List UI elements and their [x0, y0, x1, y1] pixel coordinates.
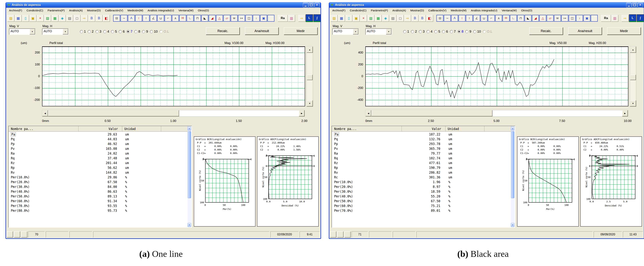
chart-in-icon[interactable]: ↦: [561, 15, 568, 22]
chevron-down-icon[interactable]: ▼: [30, 29, 35, 34]
table-row[interactable]: Rc301.36um: [332, 175, 515, 180]
w-groove-icon[interactable]: w: [554, 15, 561, 22]
radio-mag-2[interactable]: 2: [88, 29, 94, 33]
table-row[interactable]: Rp190.79um: [332, 165, 515, 170]
table-row[interactable]: Pmr(20.0%)67.50%: [9, 180, 192, 184]
radio-mag-4[interactable]: 4: [426, 29, 432, 33]
menu-item[interactable]: Medición(M): [448, 8, 468, 13]
window-linear-icon[interactable]: L: [306, 14, 313, 22]
table-row[interactable]: Rv144.82um: [9, 170, 192, 175]
scroll-thumb[interactable]: [188, 131, 191, 198]
print-icon[interactable]: ▤: [390, 15, 396, 22]
menu-item[interactable]: Parámetro(P): [369, 8, 390, 13]
send-output-icon[interactable]: ⇨: [81, 15, 88, 22]
ana-result-button[interactable]: Ana/result: [245, 27, 279, 35]
triangle-red-icon[interactable]: △: [216, 15, 223, 22]
menu-item[interactable]: Otros(O): [519, 8, 534, 13]
radio-mag-3[interactable]: 3: [419, 29, 425, 33]
radio-mag-1[interactable]: 1: [80, 29, 86, 33]
scroll-up-icon[interactable]: ▲: [188, 127, 191, 131]
table-row[interactable]: Pmr(60.0%)75.21%: [332, 203, 515, 208]
ana-result-button[interactable]: Ana/result: [568, 27, 602, 35]
vertical-scrollbar[interactable]: ▲ ▼: [630, 46, 636, 107]
open-condition-icon[interactable]: ▨: [367, 15, 374, 22]
radio-dot[interactable]: [465, 30, 468, 33]
table-row[interactable]: Pmr(50.0%)67.50%: [332, 199, 515, 203]
slope-red-icon[interactable]: ◢: [209, 15, 216, 22]
horizontal-scrollbar[interactable]: ◀ ▶: [42, 110, 305, 117]
radio-mag-6[interactable]: 6: [119, 29, 124, 33]
radio-mag-4[interactable]: 4: [103, 29, 109, 33]
menu-item[interactable]: Mostrar(D): [85, 8, 103, 13]
close-button[interactable]: ×: [314, 2, 320, 7]
table-row[interactable]: Pp46.92um: [9, 141, 192, 146]
status-button[interactable]: [330, 231, 336, 238]
radio-mag-5[interactable]: 5: [434, 29, 440, 33]
exit-door-icon[interactable]: ◧: [103, 15, 110, 22]
save-file-icon[interactable]: ▦: [15, 15, 22, 22]
table-row[interactable]: Pmr(70.0%)89.01%: [332, 208, 515, 213]
table-row[interactable]: Ra79.77um: [332, 151, 515, 156]
status-button[interactable]: [7, 231, 13, 238]
medir-button[interactable]: Medir: [607, 27, 641, 35]
delete-data-icon[interactable]: ▯: [22, 15, 29, 22]
peak-icon[interactable]: ∧: [495, 15, 502, 22]
radio-dot[interactable]: [458, 30, 461, 33]
radio-mag-9[interactable]: 9: [142, 29, 148, 33]
copy-window-icon[interactable]: ▣: [30, 15, 36, 22]
recalc-button[interactable]: Recalc.: [206, 27, 240, 35]
ra-parameter-icon[interactable]: Ra: [601, 15, 611, 22]
menu-item[interactable]: Archivo(F): [330, 8, 348, 13]
slot-icon[interactable]: ⊓: [194, 15, 201, 22]
scroll-up-icon[interactable]: ▲: [306, 47, 313, 53]
scroll-down-icon[interactable]: ▼: [306, 100, 313, 107]
radio-mag-6[interactable]: 6: [442, 29, 448, 33]
slope-icon[interactable]: ◣: [524, 15, 532, 22]
radio-mag-9[interactable]: 9: [465, 29, 471, 33]
drop-arrow-icon[interactable]: ↓: [253, 15, 260, 22]
text-abcd-icon[interactable]: A: [451, 15, 458, 22]
print-icon[interactable]: ▤: [66, 15, 73, 22]
maximize-button[interactable]: [308, 2, 314, 7]
slope-icon[interactable]: ◣: [201, 15, 208, 22]
level-icon[interactable]: ↕: [466, 15, 473, 22]
radio-mag-10[interactable]: 10: [150, 29, 158, 33]
scroll-thumb[interactable]: [630, 75, 636, 80]
radio-mag-1[interactable]: 1: [403, 29, 409, 33]
radio-dot[interactable]: [134, 30, 138, 33]
calc-scale-icon[interactable]: ⊟: [436, 15, 444, 22]
menu-item[interactable]: Archivo(F): [7, 8, 24, 13]
bmp-copy-icon[interactable]: B: [96, 15, 102, 22]
table-row[interactable]: Ra24.02um: [9, 151, 192, 156]
measure-probe-icon[interactable]: ◈: [382, 15, 389, 22]
scroll-right-icon[interactable]: ▶: [299, 110, 304, 117]
menu-item[interactable]: Calibración(V): [426, 8, 448, 13]
angle-icon[interactable]: ∠: [473, 15, 480, 22]
table-row[interactable]: Pmr(60.0%)91.34%: [9, 199, 192, 203]
chart-box-icon[interactable]: ◫: [246, 15, 252, 22]
radio-mag-7[interactable]: 7: [126, 29, 132, 33]
radio-mag-2[interactable]: 2: [411, 29, 417, 33]
scroll-down-icon[interactable]: ▼: [511, 223, 514, 227]
menu-item[interactable]: Análisis integrado(U): [146, 8, 176, 13]
magv-combo[interactable]: AUTO ▼: [9, 28, 36, 35]
magh-combo[interactable]: AUTO ▼: [42, 28, 68, 35]
scroll-left-icon[interactable]: ◀: [366, 110, 371, 117]
level-red-icon[interactable]: ↕: [135, 15, 142, 22]
menu-item[interactable]: Condición(C): [348, 8, 368, 13]
table-row[interactable]: Pv165.08um: [9, 146, 192, 151]
print-preview-icon[interactable]: ◻: [397, 15, 404, 22]
chevron-down-icon[interactable]: ▼: [353, 29, 358, 34]
copy-doc-icon[interactable]: ▣: [260, 15, 267, 22]
bmp-save-icon[interactable]: B: [412, 15, 418, 22]
table-row[interactable]: Pmr(70.0%)93.55%: [9, 203, 192, 208]
open-file-icon[interactable]: ▨: [331, 15, 338, 22]
radio-mag-5[interactable]: 5: [111, 29, 117, 33]
table-row[interactable]: Pmr(30.0%)84.00%: [9, 184, 192, 189]
table-row[interactable]: Pmr(10.0%)1.96%: [332, 180, 515, 184]
height-red-icon[interactable]: H: [179, 15, 186, 22]
radio-dot[interactable]: [403, 30, 406, 33]
table-row[interactable]: Pq44.03um: [9, 137, 192, 141]
radio-dot[interactable]: [473, 30, 476, 33]
scroll-up-icon[interactable]: ▲: [630, 47, 636, 53]
